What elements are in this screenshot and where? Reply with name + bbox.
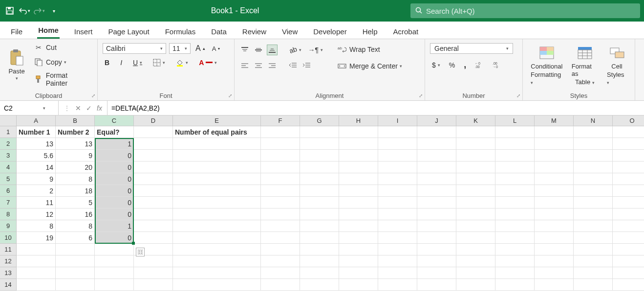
cell[interactable] — [495, 173, 535, 185]
cell[interactable] — [456, 208, 495, 220]
bold-button[interactable]: B — [103, 58, 111, 68]
select-all-corner[interactable] — [0, 116, 17, 126]
cell[interactable] — [339, 220, 378, 232]
orientation-button[interactable]: ab ▾ — [287, 45, 303, 55]
cell[interactable] — [535, 197, 574, 208]
cell[interactable] — [300, 244, 339, 255]
cell[interactable] — [535, 244, 574, 255]
cell[interactable] — [173, 197, 261, 208]
cell[interactable] — [378, 126, 417, 138]
cell[interactable] — [378, 255, 417, 267]
cell[interactable] — [417, 208, 456, 220]
fill-color-button[interactable]: ▾ — [174, 58, 190, 68]
cell[interactable] — [456, 267, 495, 279]
cell[interactable] — [417, 126, 456, 138]
cell[interactable] — [134, 255, 173, 267]
cell[interactable] — [613, 208, 644, 220]
cell[interactable] — [574, 162, 613, 173]
tab-data[interactable]: Data — [210, 24, 228, 39]
cell[interactable]: 13 — [17, 138, 56, 150]
tab-help[interactable]: Help — [362, 24, 379, 39]
cell[interactable] — [613, 267, 644, 279]
save-icon[interactable] — [4, 5, 16, 17]
cell[interactable]: 1 — [95, 138, 134, 150]
align-center-button[interactable] — [253, 60, 264, 71]
cell[interactable] — [261, 150, 300, 162]
cell[interactable] — [134, 220, 173, 232]
row-header[interactable]: 1 — [0, 126, 17, 138]
cell[interactable] — [56, 267, 95, 279]
cell[interactable] — [613, 220, 644, 232]
cell[interactable] — [535, 138, 574, 150]
cell[interactable] — [134, 185, 173, 197]
cell[interactable] — [574, 267, 613, 279]
dialog-launcher-icon[interactable]: ⤢ — [228, 93, 232, 98]
cell[interactable] — [173, 244, 261, 255]
qat-customize-icon[interactable]: ▾ — [48, 5, 60, 17]
cell[interactable] — [173, 279, 261, 291]
row-header[interactable]: 5 — [0, 173, 17, 185]
cell[interactable] — [261, 208, 300, 220]
formula-input[interactable] — [107, 101, 644, 115]
search-input[interactable] — [426, 7, 635, 15]
cell[interactable] — [134, 173, 173, 185]
cell[interactable]: 5 — [56, 197, 95, 208]
cell[interactable]: 12 — [17, 208, 56, 220]
cell[interactable] — [535, 173, 574, 185]
cell[interactable] — [339, 244, 378, 255]
cell[interactable] — [417, 173, 456, 185]
font-size-select[interactable]: 11▾ — [169, 43, 191, 54]
cell[interactable] — [574, 232, 613, 244]
cell[interactable] — [173, 162, 261, 173]
align-left-button[interactable] — [239, 60, 250, 71]
comma-button[interactable]: , — [462, 59, 468, 71]
cell[interactable]: 19 — [17, 232, 56, 244]
conditional-formatting-button[interactable]: Conditional Formatting ▾ — [528, 43, 566, 87]
cell[interactable] — [495, 220, 535, 232]
row-header[interactable]: 3 — [0, 150, 17, 162]
column-header[interactable]: O — [613, 116, 644, 126]
cell[interactable] — [261, 138, 300, 150]
cell[interactable] — [613, 232, 644, 244]
tab-home[interactable]: Home — [37, 23, 60, 39]
column-header[interactable]: N — [574, 116, 613, 126]
cell[interactable] — [173, 150, 261, 162]
cell[interactable] — [261, 220, 300, 232]
cell[interactable] — [456, 279, 495, 291]
column-header[interactable]: I — [378, 116, 417, 126]
ltr-button[interactable]: →¶ ▾ — [306, 45, 325, 55]
cell[interactable]: 0 — [95, 173, 134, 185]
tab-insert[interactable]: Insert — [73, 24, 94, 39]
cell[interactable] — [456, 185, 495, 197]
cell[interactable] — [495, 255, 535, 267]
cell[interactable] — [134, 208, 173, 220]
cell[interactable] — [339, 255, 378, 267]
cell[interactable] — [495, 279, 535, 291]
cell[interactable] — [300, 185, 339, 197]
cell[interactable] — [417, 138, 456, 150]
cell[interactable] — [300, 126, 339, 138]
cell[interactable] — [378, 267, 417, 279]
cell[interactable] — [535, 162, 574, 173]
cell[interactable] — [378, 279, 417, 291]
dropdown-icon[interactable]: ⋮ — [64, 104, 70, 112]
cell[interactable] — [535, 220, 574, 232]
row-header[interactable]: 10 — [0, 232, 17, 244]
cell[interactable] — [495, 244, 535, 255]
cell[interactable] — [261, 126, 300, 138]
dialog-launcher-icon[interactable]: ⤢ — [516, 93, 520, 98]
cell[interactable]: Number of equal pairs — [173, 126, 261, 138]
search-box[interactable] — [410, 3, 640, 18]
cell[interactable] — [535, 267, 574, 279]
cell[interactable] — [378, 162, 417, 173]
cell[interactable] — [378, 220, 417, 232]
cell[interactable] — [300, 173, 339, 185]
cell[interactable] — [173, 267, 261, 279]
cell[interactable] — [173, 255, 261, 267]
cell[interactable] — [261, 244, 300, 255]
cell[interactable]: Equal? — [95, 126, 134, 138]
tab-review[interactable]: Review — [241, 24, 267, 39]
cell[interactable] — [574, 185, 613, 197]
accounting-format-button[interactable]: $ ▾ — [430, 60, 442, 70]
cell[interactable] — [574, 126, 613, 138]
